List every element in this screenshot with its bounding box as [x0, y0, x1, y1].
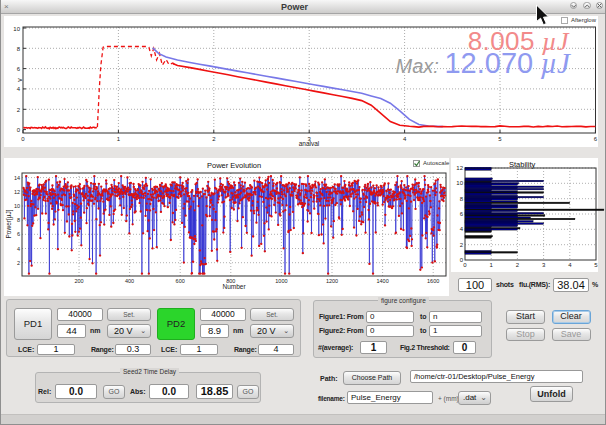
- svg-text:2: 2: [516, 262, 520, 268]
- svg-text:1: 1: [117, 136, 121, 142]
- svg-text:4: 4: [403, 136, 407, 142]
- svg-text:2: 2: [17, 260, 20, 266]
- svg-text:Number: Number: [222, 283, 246, 290]
- svg-text:6: 6: [17, 231, 20, 237]
- svg-text:Power[µJ]: Power[µJ]: [5, 209, 13, 238]
- svg-text:0: 0: [17, 127, 21, 133]
- svg-text:4: 4: [17, 86, 21, 92]
- svg-text:1000: 1000: [275, 278, 287, 284]
- svg-text:1600: 1600: [427, 278, 439, 284]
- svg-text:14: 14: [14, 175, 20, 181]
- svg-text:12: 12: [14, 189, 20, 195]
- svg-text:3: 3: [542, 262, 546, 268]
- svg-text:2: 2: [17, 107, 21, 113]
- svg-text:8: 8: [17, 217, 20, 223]
- svg-text:1200: 1200: [326, 278, 338, 284]
- svg-text:600: 600: [176, 278, 185, 284]
- svg-text:6: 6: [460, 211, 464, 217]
- svg-text:analval: analval: [299, 140, 320, 147]
- svg-text:2: 2: [212, 136, 216, 142]
- svg-text:6: 6: [594, 136, 598, 142]
- svg-text:0: 0: [463, 262, 467, 268]
- svg-text:5: 5: [594, 262, 598, 268]
- svg-text:0: 0: [21, 136, 25, 142]
- svg-text:200: 200: [74, 278, 83, 284]
- svg-text:8: 8: [460, 196, 464, 202]
- svg-text:400: 400: [125, 278, 134, 284]
- svg-text:5: 5: [498, 136, 502, 142]
- svg-text:4: 4: [460, 226, 464, 232]
- svg-text:10: 10: [14, 203, 20, 209]
- svg-text:4: 4: [568, 262, 572, 268]
- svg-text:12: 12: [456, 165, 463, 171]
- svg-text:4: 4: [17, 246, 20, 252]
- svg-text:2: 2: [460, 242, 464, 248]
- svg-text:1: 1: [490, 262, 494, 268]
- svg-text:10: 10: [456, 180, 463, 186]
- svg-text:1400: 1400: [376, 278, 388, 284]
